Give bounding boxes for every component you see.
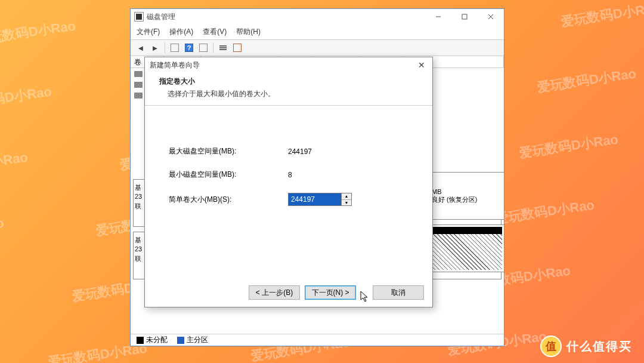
- back-button[interactable]: ◄: [134, 41, 147, 54]
- wizard-close-button[interactable]: ✕: [416, 59, 428, 71]
- partition-peek-recovery[interactable]: MB 良好 (恢复分区): [428, 172, 504, 220]
- wizard-title: 新建简单卷向导: [150, 60, 416, 70]
- maximize-button[interactable]: [451, 9, 478, 24]
- legend-swatch-unallocated: [137, 337, 144, 344]
- drive-icon: [134, 93, 143, 99]
- legend: 未分配 主分区: [131, 334, 504, 346]
- wm: 爱玩数码D小Rao: [518, 130, 620, 162]
- window-title: 磁盘管理: [147, 12, 425, 22]
- wizard-step-subtitle: 选择介于最大和最小值的卷大小。: [159, 89, 418, 99]
- wizard-header: 指定卷大小 选择介于最大和最小值的卷大小。: [145, 73, 432, 105]
- unallocated-hatch-icon: [431, 227, 502, 270]
- toolbar-btn-3[interactable]: [231, 41, 244, 54]
- menu-view[interactable]: 查看(V): [203, 27, 227, 37]
- cancel-button[interactable]: 取消: [373, 285, 424, 300]
- separator: [165, 42, 165, 53]
- volume-size-input[interactable]: [288, 193, 342, 206]
- wizard-footer: < 上一步(B) 下一页(N) > 取消: [145, 278, 432, 307]
- new-volume-wizard: 新建简单卷向导 ✕ 指定卷大小 选择介于最大和最小值的卷大小。 最大磁盘空间量(…: [144, 57, 433, 307]
- app-icon: [134, 12, 144, 21]
- list-view-icon[interactable]: [216, 41, 230, 54]
- wizard-body: 最大磁盘空间量(MB): 244197 最小磁盘空间量(MB): 8 简单卷大小…: [145, 106, 432, 225]
- volume-size-spinner: ▲ ▼: [288, 193, 352, 206]
- badge-text: 什么值得买: [566, 339, 632, 355]
- close-button[interactable]: [478, 9, 504, 24]
- spinner-down-button[interactable]: ▼: [342, 200, 351, 206]
- help-icon[interactable]: ?: [182, 41, 196, 54]
- legend-item: 未分配: [137, 335, 168, 345]
- max-space-label: 最大磁盘空间量(MB):: [169, 146, 288, 156]
- drive-icon: [134, 71, 143, 77]
- legend-swatch-primary: [177, 337, 184, 344]
- wizard-title-bar[interactable]: 新建简单卷向导 ✕: [145, 57, 432, 73]
- separator: [213, 42, 213, 53]
- wm: 爱玩数码D小Rao: [0, 17, 77, 48]
- wm: 爱玩数码D小Rao: [0, 214, 5, 245]
- title-bar[interactable]: 磁盘管理: [131, 9, 504, 24]
- corner-badge: 值 什么值得买: [540, 336, 632, 357]
- drive-icon: [134, 82, 143, 88]
- wm: 爱玩数码D小Rao: [536, 64, 637, 96]
- legend-item: 主分区: [177, 335, 208, 345]
- menu-file[interactable]: 文件(F): [137, 27, 160, 37]
- menu-action[interactable]: 操作(A): [169, 27, 193, 37]
- wm: 爱玩数码D小Rao: [494, 196, 596, 227]
- max-space-value: 244197: [288, 147, 312, 156]
- menu-bar: 文件(F) 操作(A) 查看(V) 帮助(H): [131, 24, 504, 39]
- menu-help[interactable]: 帮助(H): [236, 27, 261, 37]
- toolbar-btn-1[interactable]: [168, 41, 181, 54]
- minimize-button[interactable]: [425, 9, 451, 24]
- wm: 爱玩数码D小Rao: [0, 148, 29, 180]
- spinner-up-button[interactable]: ▲: [342, 193, 351, 200]
- forward-button[interactable]: ►: [148, 41, 162, 54]
- toolbar: ◄ ► ?: [131, 39, 504, 56]
- back-button[interactable]: < 上一步(B): [249, 285, 300, 300]
- wm: 爱玩数码D小Rao: [0, 82, 53, 114]
- min-space-value: 8: [288, 171, 292, 179]
- volume-size-label: 简单卷大小(MB)(S):: [169, 195, 288, 205]
- wizard-step-title: 指定卷大小: [159, 76, 418, 87]
- min-space-label: 最小磁盘空间量(MB):: [169, 170, 288, 180]
- wm: 爱玩数码D小Rao: [560, 0, 644, 31]
- svg-rect-1: [462, 14, 467, 19]
- toolbar-btn-2[interactable]: [197, 41, 210, 54]
- next-button[interactable]: 下一页(N) >: [305, 285, 356, 300]
- badge-icon: 值: [540, 336, 562, 357]
